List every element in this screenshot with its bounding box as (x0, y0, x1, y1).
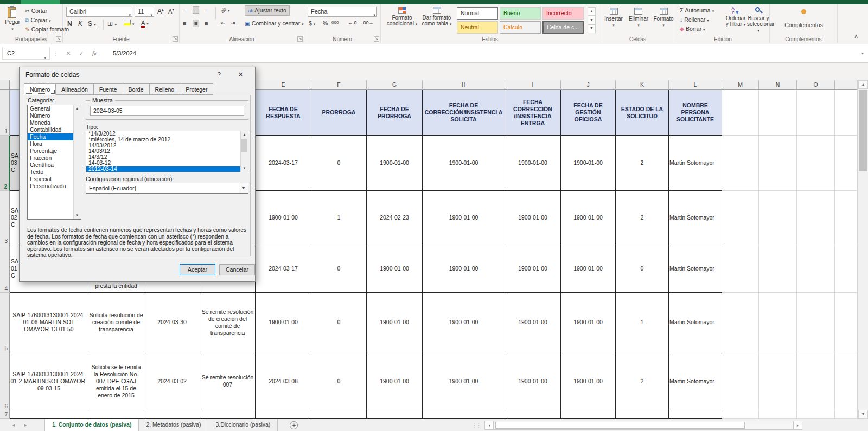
tab-numero[interactable]: Número (24, 83, 56, 95)
gallery-up-icon[interactable]: ▲ (588, 7, 596, 16)
sheet-nav-right-icon[interactable]: ▸ (20, 422, 31, 428)
style-normal[interactable]: Normal (457, 7, 498, 20)
autosum-button[interactable]: Σ Autosuma ▾ (680, 7, 714, 14)
tab-relleno[interactable]: Relleno (150, 83, 181, 95)
scroll-up-icon[interactable]: ▲ (858, 80, 868, 89)
col-header-I[interactable]: I (505, 80, 561, 90)
col-header-M[interactable]: M (722, 80, 759, 90)
category-listbox[interactable]: General Número Moneda Contabilidad Fecha… (27, 105, 81, 220)
col-header-N[interactable]: N (759, 80, 797, 90)
type-scroll-thumb[interactable] (241, 139, 247, 152)
chevron-down-icon[interactable]: ▼ (239, 183, 248, 193)
select-all-corner[interactable] (0, 80, 10, 90)
clipboard-dialog-launcher-icon[interactable]: ↘ (56, 36, 61, 42)
sheet-tab-metadatos[interactable]: 2. Metadatos (pasiva) (139, 419, 208, 431)
header-fecha-prorroga[interactable]: FECHA DE PRORROGA (367, 90, 423, 136)
col-header-O[interactable]: O (797, 80, 835, 90)
row-header-4[interactable]: 4 (0, 245, 10, 293)
format-painter-button[interactable]: ✎ Copiar formato (25, 26, 69, 33)
header-nombre-solicitante[interactable]: NOMBRE PERSONA SOLICITANTE (669, 90, 722, 136)
scroll-up-icon[interactable]: ▲ (74, 105, 81, 112)
align-bottom-icon[interactable]: ≡ (205, 7, 208, 13)
header-estado-solicitud[interactable]: ESTADO DE LA SOLICITUD (616, 90, 669, 136)
header-fecha-respuesta[interactable]: FECHA DE RESPUESTA (256, 90, 311, 136)
category-scrollbar[interactable]: ▲ ▼ (73, 105, 81, 219)
increase-decimal-icon[interactable]: ←.0 (348, 20, 357, 25)
increase-indent-icon[interactable]: ⇥ (231, 20, 235, 26)
row-header-6[interactable]: 6 (0, 352, 10, 410)
header-prorroga[interactable]: PRORROGA (311, 90, 367, 136)
accept-button[interactable]: Aceptar (180, 264, 215, 275)
col-header-F[interactable]: F (311, 80, 367, 90)
row-header-3[interactable]: 3 (0, 191, 10, 245)
align-top-icon[interactable]: ≡ (183, 7, 186, 13)
decrease-decimal-icon[interactable]: .00→ (362, 20, 374, 25)
new-sheet-icon[interactable]: + (290, 421, 298, 429)
vertical-scroll-thumb[interactable] (859, 90, 867, 171)
cancel-entry-icon[interactable]: ✕ (62, 50, 75, 57)
grow-font-button[interactable]: A▴ (157, 8, 164, 15)
insert-cells-button[interactable]: Insertar▾ (602, 8, 626, 28)
sheet-tab-conjunto-datos[interactable]: 1. Conjunto de datos (pasiva) (44, 419, 139, 431)
row-header-1[interactable]: 1 (0, 90, 10, 136)
header-correccion-solicita[interactable]: FECHA DE CORRECCIÓN/INSISTENCI A SOLICIT… (423, 90, 505, 136)
style-incorrecto[interactable]: Incorrecto (542, 7, 584, 20)
currency-button[interactable]: $ ▾ (309, 20, 315, 27)
tab-proteger[interactable]: Proteger (180, 83, 213, 95)
addins-button[interactable]: Complementos (770, 9, 838, 28)
orientation-button[interactable]: ab ▾ (221, 7, 229, 13)
scroll-up-icon[interactable]: ▲ (241, 131, 248, 138)
scroll-down-icon[interactable]: ▼ (74, 212, 81, 219)
align-middle-icon[interactable]: ≡ (193, 6, 199, 14)
bold-button[interactable]: N (67, 20, 72, 28)
style-calculo[interactable]: Cálculo (500, 21, 541, 34)
gallery-down-icon[interactable]: ▼ (588, 16, 596, 24)
align-left-icon[interactable]: ≡ (183, 20, 186, 27)
tab-scroll-splitter[interactable]: ⋮⋮ (471, 422, 480, 428)
conditional-formatting-button[interactable]: Formato condicional ▾ (385, 7, 419, 27)
copy-button[interactable]: ⧉ Copiar ▾ (25, 17, 51, 24)
col-header-L[interactable]: L (669, 80, 722, 90)
italic-button[interactable]: K (78, 20, 82, 28)
cut-button[interactable]: ✂ Cortar (25, 8, 47, 14)
horizontal-scrollbar[interactable]: ◂ ▸ (484, 421, 802, 430)
cancel-button[interactable]: Cancelar (219, 264, 255, 275)
col-header-E[interactable]: E (256, 80, 311, 90)
row-header-7[interactable]: 7 (0, 410, 10, 419)
delete-cells-button[interactable]: ✕ Eliminar▾ (627, 8, 650, 28)
gallery-more-icon[interactable]: ▼ (588, 24, 596, 33)
horizontal-scroll-thumb[interactable] (495, 422, 745, 429)
scroll-left-icon[interactable]: ◂ (484, 421, 494, 430)
col-header-H[interactable]: H (423, 80, 505, 90)
clear-button[interactable]: ◆ Borrar ▾ (680, 25, 705, 32)
font-color-button[interactable]: A ▾ (141, 20, 149, 28)
comma-style-button[interactable]: 000 (331, 20, 339, 25)
expand-formula-bar-icon[interactable]: ▾ (861, 51, 864, 56)
locale-combo[interactable]: Español (Ecuador) ▼ (86, 183, 248, 194)
header-gestion-oficiosa[interactable]: FECHA DE GESTIÓN OFICIOSA (561, 90, 616, 136)
scroll-down-icon[interactable]: ▼ (858, 410, 868, 419)
collapse-ribbon-icon[interactable]: ∧ (854, 33, 858, 40)
sheet-tab-diccionario[interactable]: 3.Diccionario (pasiva) (208, 419, 278, 431)
number-format-combo[interactable]: Fecha▾ (308, 7, 377, 17)
number-dialog-launcher-icon[interactable]: ↘ (374, 36, 379, 42)
insert-function-icon[interactable]: fx (88, 50, 101, 56)
paste-button[interactable]: Pegar ▾ (2, 7, 23, 31)
font-dialog-launcher-icon[interactable]: ↘ (173, 36, 178, 42)
format-cells-button[interactable]: Formato▾ (652, 8, 675, 28)
col-header-K[interactable]: K (616, 80, 669, 90)
underline-button[interactable]: S ▾ (88, 20, 96, 28)
percent-button[interactable]: % (323, 20, 328, 27)
scroll-right-icon[interactable]: ▸ (793, 421, 802, 430)
row-header-2[interactable]: 2 (0, 136, 10, 191)
dialog-titlebar[interactable]: Formato de celdas ? ✕ (20, 67, 255, 81)
header-correccion-entrega[interactable]: FECHA CORRECCIÓN /INSISTENCIA ENTRGA (505, 90, 561, 136)
type-scrollbar[interactable]: ▲ ▼ (240, 131, 248, 172)
style-bueno[interactable]: Bueno (500, 7, 541, 20)
decrease-indent-icon[interactable]: ⇤ (221, 20, 225, 26)
shrink-font-button[interactable]: A▾ (168, 8, 174, 15)
horizontal-scroll-track[interactable] (494, 421, 793, 430)
wrap-text-button[interactable]: ab Ajustar texto (245, 5, 290, 16)
col-header-G[interactable]: G (367, 80, 423, 90)
help-icon[interactable]: ? (212, 69, 227, 80)
